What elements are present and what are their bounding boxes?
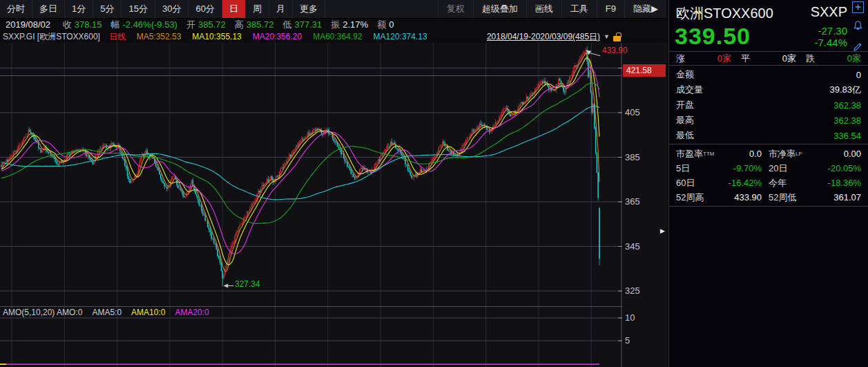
candlestick-chart[interactable]: 405385365345325105 421.58 433.90 327.34 … xyxy=(0,43,666,367)
price-axis-label: 345 xyxy=(625,241,664,252)
field-额: 额0 xyxy=(377,19,394,30)
quote-panel: 欧洲STOXX600 SXXP 339.50 -27.30 -7.44% 涨0家… xyxy=(668,0,868,367)
symbol-label: SXXP.GI [欧洲STOXX600] xyxy=(3,32,100,41)
stat-cell: 52周高433.90 xyxy=(676,191,769,204)
stat-cell: 今年-18.36% xyxy=(769,177,861,189)
toolbar-f9-button[interactable]: F9 xyxy=(597,0,624,18)
instrument-name: 欧洲STOXX600 xyxy=(676,4,773,23)
tab-15min[interactable]: 15分 xyxy=(122,0,155,18)
high-annotation: 433.90 xyxy=(602,46,628,55)
ma-legend-item: MA120:374.13 xyxy=(374,32,427,41)
stat-cell: 5日-9.70% xyxy=(676,162,769,175)
stat-value: 336.54 xyxy=(833,131,861,141)
tab-day[interactable]: 日 xyxy=(222,0,246,18)
tab-month[interactable]: 月 xyxy=(269,0,293,18)
price-change: -27.30 xyxy=(814,25,847,37)
breadth-label: 涨 xyxy=(676,53,685,65)
stat-value: 362.38 xyxy=(833,115,861,126)
stat-label: 52周低 xyxy=(769,191,796,204)
stat-label: 52周高 xyxy=(676,191,704,204)
stat-value: -16.42% xyxy=(729,178,769,188)
field-label: 开 xyxy=(186,19,195,30)
field-开: 开385.72 xyxy=(186,19,226,30)
field-幅: 幅-2.46%(-9.53) xyxy=(110,19,177,30)
amo-legend-item: AMA5:0 xyxy=(92,308,122,317)
amo-legend-item: AMA10:0 xyxy=(131,308,165,317)
stat-value: -18.36% xyxy=(828,178,861,188)
field-value: 385.72 xyxy=(247,19,274,30)
stat-grid-row: 52周高433.9052周低361.07 xyxy=(676,190,861,205)
tab-30min[interactable]: 30分 xyxy=(155,0,189,18)
last-price-tag: 421.58 xyxy=(623,64,666,77)
field-label: 额 xyxy=(377,19,386,30)
stat-label-superscript: TTM xyxy=(703,151,714,157)
tab-multi-day[interactable]: 多日 xyxy=(32,0,65,18)
edit-pencil-icon[interactable] xyxy=(852,41,866,55)
main-price-pane[interactable] xyxy=(0,43,622,306)
stat-row: 最低336.54 xyxy=(676,128,861,143)
breadth-value: 0家 xyxy=(782,53,796,65)
stats-list: 金额0成交量39.83亿开盘362.38最高362.38最低336.54 xyxy=(676,67,861,143)
low-annotation: 327.34 xyxy=(235,279,260,289)
amo-axis-label: 10 xyxy=(625,312,653,323)
ma-legend-bar: SXXP.GI [欧洲STOXX600] 日线 MA5:352.53MA10:3… xyxy=(0,31,669,43)
quote-date: 2019/08/02 xyxy=(6,19,50,30)
stat-value: -20.05% xyxy=(828,163,861,173)
field-label: 收 xyxy=(63,19,72,30)
breadth-label: 跌 xyxy=(806,53,815,65)
instrument-code: SXXP xyxy=(811,4,847,23)
field-振: 振2.17% xyxy=(331,19,368,30)
stat-value: 0.0 xyxy=(749,149,769,159)
field-value: 378.15 xyxy=(75,19,102,30)
stat-value: 0.00 xyxy=(844,149,861,159)
toolbar-super-overlay-button[interactable]: 超级叠加 xyxy=(473,0,526,18)
tab-1min[interactable]: 1分 xyxy=(65,0,93,18)
breadth-label: 平 xyxy=(741,53,750,65)
stat-cell: 市盈率TTM0.0 xyxy=(676,148,769,160)
date-range-label[interactable]: 2018/04/19-2020/03/09(485日) xyxy=(487,31,600,43)
stat-label: 60日 xyxy=(676,177,695,189)
period-label: 日线 xyxy=(109,32,126,41)
panel-collapse-arrow[interactable]: ▶ xyxy=(660,227,665,234)
stat-label-superscript: LF xyxy=(795,151,802,157)
panel-icon-column: + xyxy=(852,1,866,62)
stat-label: 最低 xyxy=(676,129,694,142)
tab-60min[interactable]: 60分 xyxy=(189,0,222,18)
tab-fenshi[interactable]: 分时 xyxy=(0,0,32,18)
stat-grid-row: 60日-16.42%今年-18.36% xyxy=(676,176,861,190)
field-value: -2.46%(-9.53) xyxy=(122,19,177,30)
alert-bell-icon[interactable] xyxy=(852,20,866,35)
ma-legend-item: MA5:352.53 xyxy=(137,32,182,41)
stat-cell: 52周低361.07 xyxy=(769,191,861,204)
ohlc-fields: 收378.15幅-2.46%(-9.53)开385.72高385.72低377.… xyxy=(63,19,403,30)
chevron-down-icon[interactable]: ▼ xyxy=(604,31,610,43)
divider xyxy=(669,144,868,144)
toolbar-fuquan-button[interactable]: 复权 xyxy=(438,0,473,18)
unlock-icon[interactable] xyxy=(613,36,621,41)
toolbar-tools-button[interactable]: 工具 xyxy=(561,0,597,18)
amo-axis-label: 5 xyxy=(625,335,653,346)
stat-label: 成交量 xyxy=(676,84,703,96)
stat-row: 最高362.38 xyxy=(676,113,861,128)
field-value: 2.17% xyxy=(343,19,368,30)
toolbar-draw-line-button[interactable]: 画线 xyxy=(526,0,561,18)
field-value: 377.31 xyxy=(294,19,322,30)
tab-more[interactable]: 更多 xyxy=(293,0,325,18)
ohlc-info-bar: 2019/08/02 收378.15幅-2.46%(-9.53)开385.72高… xyxy=(0,19,672,31)
price-axis-label: 385 xyxy=(625,152,664,162)
ma-legend-item: MA20:356.20 xyxy=(253,32,302,41)
tab-week[interactable]: 周 xyxy=(246,0,269,18)
stat-value: -9.70% xyxy=(733,163,769,173)
ma-legend-item: MA10:355.13 xyxy=(192,32,241,41)
field-label: 振 xyxy=(331,19,340,30)
stat-grid-row: 5日-9.70%20日-20.05% xyxy=(676,161,861,176)
field-label: 低 xyxy=(282,19,291,30)
stat-row: 开盘362.38 xyxy=(676,97,861,113)
date-range-group[interactable]: 2018/04/19-2020/03/09(485日) ▼ xyxy=(487,31,621,43)
stat-label: 最高 xyxy=(676,114,694,126)
field-value: 385.72 xyxy=(198,19,226,30)
stat-value: 433.90 xyxy=(734,192,769,203)
toolbar-hide-button[interactable]: 隐藏▶ xyxy=(624,0,666,18)
tab-5min[interactable]: 5分 xyxy=(93,0,122,18)
add-icon[interactable]: + xyxy=(852,1,864,13)
